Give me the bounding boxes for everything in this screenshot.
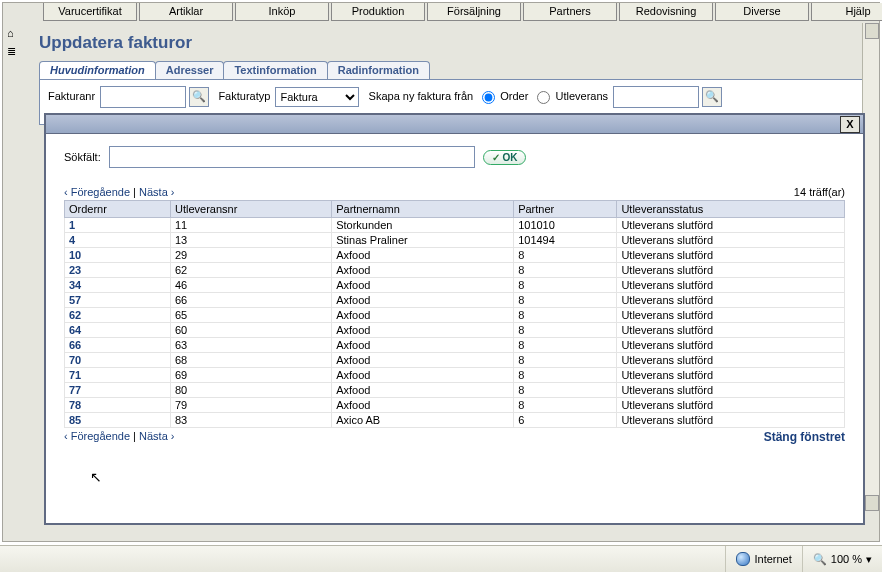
pager-top: 14 träff(ar) ‹ Föregående | Nästa › <box>64 186 845 198</box>
menu-inköp[interactable]: Inköp <box>235 3 329 21</box>
tab-textinformation[interactable]: Textinformation <box>223 61 327 79</box>
ordernr-link[interactable]: 71 <box>65 368 171 383</box>
menu-försäljning[interactable]: Försäljning <box>427 3 521 21</box>
utleverans-input[interactable] <box>613 86 699 108</box>
skapa-ny-label: Skapa ny faktura från <box>369 90 474 102</box>
dialog-titlebar: X <box>46 115 863 134</box>
ordernr-link[interactable]: 66 <box>65 338 171 353</box>
table-row[interactable]: 413Stinas Praliner101494Utleverans slutf… <box>65 233 845 248</box>
sidebar-icons: ⌂ ≣ <box>7 27 29 63</box>
table-row[interactable]: 7879Axfood8Utleverans slutförd <box>65 398 845 413</box>
menu-artiklar[interactable]: Artiklar <box>139 3 233 21</box>
menu-varucertifikat[interactable]: Varucertifikat <box>43 3 137 21</box>
list-icon[interactable]: ≣ <box>7 45 23 59</box>
menu-diverse[interactable]: Diverse <box>715 3 809 21</box>
globe-icon <box>736 552 750 566</box>
ordernr-link[interactable]: 1 <box>65 218 171 233</box>
close-window-link[interactable]: Stäng fönstret <box>764 430 845 444</box>
tab-huvudinformation[interactable]: Huvudinformation <box>39 61 156 79</box>
table-row[interactable]: 3446Axfood8Utleverans slutförd <box>65 278 845 293</box>
ordernr-link[interactable]: 85 <box>65 413 171 428</box>
col-utleveransnr[interactable]: Utleveransnr <box>170 201 331 218</box>
ordernr-link[interactable]: 70 <box>65 353 171 368</box>
utleverans-radio[interactable] <box>537 91 550 104</box>
table-row[interactable]: 1029Axfood8Utleverans slutförd <box>65 248 845 263</box>
sokfalt-label: Sökfält: <box>64 151 101 163</box>
security-zone: Internet <box>725 546 801 572</box>
search-dialog: X Sökfält: OK 14 träff(ar) ‹ Föregående … <box>44 113 865 525</box>
utleverans-radio-label: Utleverans <box>556 90 609 102</box>
menu-hjälp[interactable]: Hjälp <box>811 3 882 21</box>
table-row[interactable]: 7169Axfood8Utleverans slutförd <box>65 368 845 383</box>
fakturatyp-select[interactable]: Faktura <box>275 87 359 107</box>
tab-radinformation[interactable]: Radinformation <box>327 61 430 79</box>
page-title: Uppdatera fakturor <box>39 33 192 53</box>
chevron-down-icon: ▾ <box>866 553 872 566</box>
table-row[interactable]: 2362Axfood8Utleverans slutförd <box>65 263 845 278</box>
menu-partners[interactable]: Partners <box>523 3 617 21</box>
prev-link[interactable]: ‹ Föregående <box>64 186 130 198</box>
zoom-icon: 🔍 <box>813 553 827 566</box>
col-ordernr[interactable]: Ordernr <box>65 201 171 218</box>
results-table: OrdernrUtleveransnrPartnernamnPartnerUtl… <box>64 200 845 428</box>
table-row[interactable]: 7780Axfood8Utleverans slutförd <box>65 383 845 398</box>
ordernr-link[interactable]: 34 <box>65 278 171 293</box>
table-row[interactable]: 7068Axfood8Utleverans slutförd <box>65 353 845 368</box>
ordernr-link[interactable]: 4 <box>65 233 171 248</box>
prev-link[interactable]: ‹ Föregående <box>64 430 130 442</box>
menu-redovisning[interactable]: Redovisning <box>619 3 713 21</box>
zoom-level[interactable]: 🔍100 % ▾ <box>802 546 882 572</box>
tab-strip: HuvudinformationAdresserTextinformationR… <box>39 61 865 79</box>
fakturanr-label: Fakturanr <box>48 90 95 102</box>
fakturanr-input[interactable] <box>100 86 186 108</box>
ordernr-link[interactable]: 64 <box>65 323 171 338</box>
status-bar: Internet 🔍100 % ▾ <box>0 545 882 572</box>
main-menu: VarucertifikatArtiklarInköpProduktionFör… <box>3 3 879 21</box>
search-icon[interactable]: 🔍 <box>702 87 722 107</box>
table-row[interactable]: 111Storkunden101010Utleverans slutförd <box>65 218 845 233</box>
ordernr-link[interactable]: 23 <box>65 263 171 278</box>
next-link[interactable]: Nästa › <box>139 430 174 442</box>
tab-adresser[interactable]: Adresser <box>155 61 225 79</box>
order-radio-label: Order <box>500 90 528 102</box>
table-row[interactable]: 6663Axfood8Utleverans slutförd <box>65 338 845 353</box>
ordernr-link[interactable]: 77 <box>65 383 171 398</box>
sokfalt-input[interactable] <box>109 146 475 168</box>
ordernr-link[interactable]: 78 <box>65 398 171 413</box>
ordernr-link[interactable]: 62 <box>65 308 171 323</box>
menu-produktion[interactable]: Produktion <box>331 3 425 21</box>
col-partner[interactable]: Partner <box>514 201 617 218</box>
home-icon[interactable]: ⌂ <box>7 27 23 41</box>
ordernr-link[interactable]: 10 <box>65 248 171 263</box>
fakturatyp-label: Fakturatyp <box>218 90 270 102</box>
table-row[interactable]: 6460Axfood8Utleverans slutförd <box>65 323 845 338</box>
pager-bottom: Stäng fönstret ‹ Föregående | Nästa › <box>64 430 845 442</box>
ok-button[interactable]: OK <box>483 150 527 165</box>
order-radio[interactable] <box>482 91 495 104</box>
ordernr-link[interactable]: 57 <box>65 293 171 308</box>
col-utleveransstatus[interactable]: Utleveransstatus <box>617 201 845 218</box>
hit-count: 14 träff(ar) <box>794 186 845 198</box>
table-row[interactable]: 6265Axfood8Utleverans slutförd <box>65 308 845 323</box>
search-icon[interactable]: 🔍 <box>189 87 209 107</box>
close-button[interactable]: X <box>840 116 860 133</box>
next-link[interactable]: Nästa › <box>139 186 174 198</box>
col-partnernamn[interactable]: Partnernamn <box>332 201 514 218</box>
table-row[interactable]: 8583Axico AB6Utleverans slutförd <box>65 413 845 428</box>
table-row[interactable]: 5766Axfood8Utleverans slutförd <box>65 293 845 308</box>
